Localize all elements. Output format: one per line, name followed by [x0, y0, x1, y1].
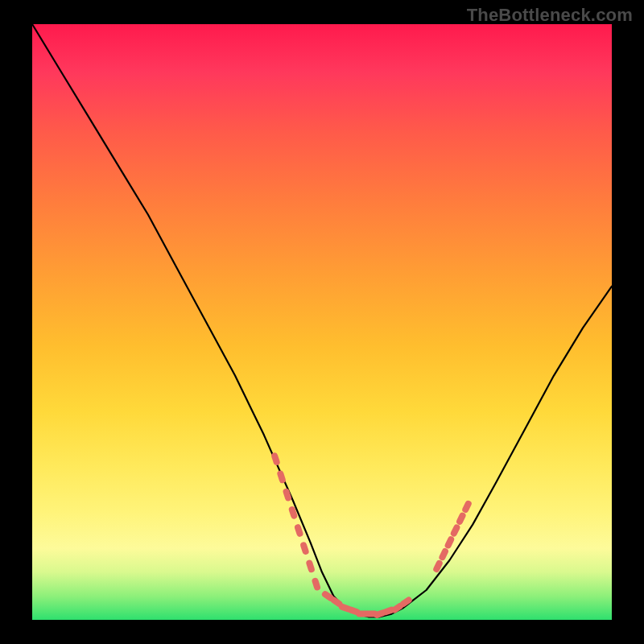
- chart-svg: [32, 24, 612, 620]
- highlight-dot: [444, 535, 455, 550]
- highlight-dot: [276, 470, 287, 485]
- series-group: [32, 24, 612, 619]
- watermark-text: TheBottleneck.com: [467, 5, 633, 26]
- highlight-dot: [450, 523, 461, 538]
- chart-plot-area: [32, 24, 612, 620]
- highlight-dot: [438, 547, 449, 562]
- highlight-dot: [270, 452, 281, 466]
- curve-line: [32, 24, 612, 617]
- highlight-dot: [456, 511, 467, 526]
- highlight-dot: [299, 541, 310, 555]
- chart-frame: TheBottleneck.com: [0, 0, 644, 644]
- highlight-dot: [312, 577, 322, 592]
- highlight-dot: [461, 499, 473, 514]
- highlight-dot: [294, 523, 304, 538]
- highlight-dot: [305, 559, 316, 574]
